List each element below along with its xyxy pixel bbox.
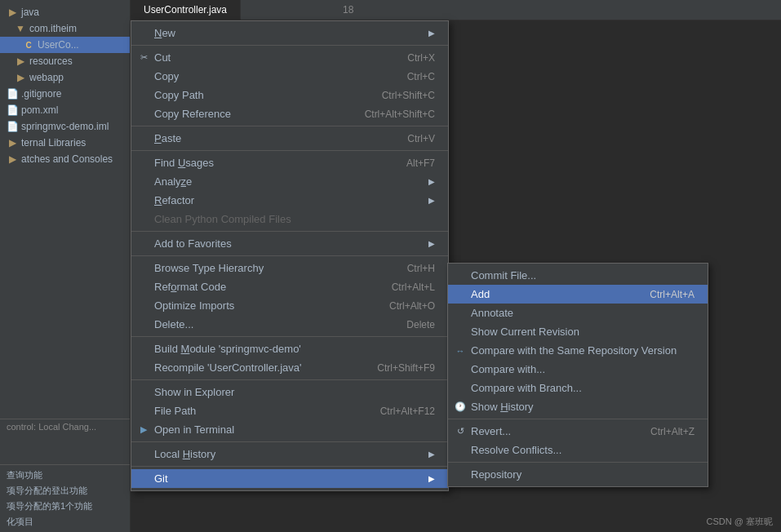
menu-item-file-path[interactable]: File Path Ctrl+Alt+F12 [131,401,448,420]
sidebar: ▶ java ▼ com.itheim C UserCo... ▶ resour… [0,0,131,532]
folder-icon: ▶ [7,153,18,165]
sidebar-item-label: pom.xml [21,104,58,116]
submenu-arrow: ▶ [428,239,435,248]
terminal-icon: ▶ [138,424,149,435]
git-submenu: Commit File... Add Ctrl+Alt+A Annotate S… [447,263,708,487]
separator-7 [131,379,448,380]
tab-bar: 18 UserController.java [131,0,781,20]
submenu-item-add[interactable]: Add Ctrl+Alt+A [448,285,708,304]
sidebar-item-libraries[interactable]: ▶ ternal Libraries [0,135,130,151]
submenu-item-compare-with[interactable]: Compare with... [448,360,708,379]
submenu-item-compare-branch[interactable]: Compare with Branch... [448,379,708,397]
separator-9 [131,466,448,467]
clock-icon: 🕐 [455,401,466,412]
sidebar-item-webapp[interactable]: ▶ webapp [0,69,130,86]
menu-item-browse-hierarchy[interactable]: Browse Type Hierarchy Ctrl+H [131,259,448,277]
panel-item-4: 化项目 [0,514,130,530]
menu-item-refactor[interactable]: Refactor ▶ [131,191,448,210]
panel-item-3: 项导分配的第1个功能 [0,499,130,514]
separator-8 [131,441,448,442]
separator-5 [131,255,448,256]
submenu-item-repository[interactable]: Repository [448,465,708,484]
sidebar-item-label: springmvc-demo.iml [21,121,109,132]
menu-item-copy-path[interactable]: Copy Path Ctrl+Shift+C [131,86,448,104]
submenu-item-show-history[interactable]: 🕐 Show History [448,397,708,416]
submenu-arrow: ▶ [428,177,435,186]
folder-icon: ▶ [7,7,18,18]
separator-git-2 [448,462,708,463]
control-label: control: Local Chang... [0,419,130,434]
folder-icon: ▶ [15,72,26,83]
sidebar-item-pomxml[interactable]: 📄 pom.xml [0,102,130,118]
submenu-item-compare-repo[interactable]: ↔ Compare with the Same Repository Versi… [448,341,708,360]
sidebar-item-springmvc-iml[interactable]: 📄 springmvc-demo.iml [0,118,130,135]
folder-icon: ▶ [7,137,18,149]
file-icon: 📄 [7,88,18,100]
sidebar-item-label: .gitignore [21,88,61,100]
menu-item-delete[interactable]: Delete... Delete [131,315,448,334]
separator [131,45,448,46]
sidebar-item-label: com.itheim [29,23,77,34]
watermark: CSDN @ 塞班昵 [707,516,773,528]
menu-item-clean-python: Clean Python Compiled Files [131,210,448,228]
sidebar-item-scratches[interactable]: ▶ atches and Consoles [0,151,130,167]
submenu-item-annotate[interactable]: Annotate [448,304,708,322]
submenu-item-revert[interactable]: ↺ Revert... Ctrl+Alt+Z [448,422,708,441]
folder-icon: ▼ [15,23,26,34]
menu-item-copy[interactable]: Copy Ctrl+C [131,67,448,86]
java-file-icon: C [23,39,34,51]
menu-item-local-history[interactable]: Local History ▶ [131,445,448,463]
menu-item-git[interactable]: Git ▶ [131,469,448,488]
tab-usercontroller[interactable]: UserController.java [131,0,241,20]
menu-item-optimize-imports[interactable]: Optimize Imports Ctrl+Alt+O [131,296,448,315]
submenu-arrow: ▶ [428,29,435,38]
compare-icon: ↔ [455,346,466,356]
sidebar-item-label: UserCo... [38,39,79,51]
menu-item-cut[interactable]: ✂ Cut Ctrl+X [131,48,448,67]
sidebar-item-label: java [21,7,39,18]
bottom-panel-items: 查询功能 项导分配的登出功能 项导分配的第1个功能 化项目 [0,464,130,532]
submenu-item-commit[interactable]: Commit File... [448,266,708,285]
menu-item-add-favorites[interactable]: Add to Favorites ▶ [131,234,448,253]
menu-item-show-explorer[interactable]: Show in Explorer [131,383,448,401]
menu-item-analyze[interactable]: Analyze ▶ [131,172,448,191]
sidebar-item-label: webapp [29,72,64,83]
separator-3 [131,150,448,151]
submenu-arrow: ▶ [428,196,435,205]
submenu-arrow: ▶ [428,474,435,483]
sidebar-item-label: atches and Consoles [21,153,113,165]
sidebar-item-label: ternal Libraries [21,137,86,149]
separator-2 [131,126,448,126]
iml-file-icon: 📄 [7,121,18,132]
sidebar-item-resources[interactable]: ▶ resources [0,53,130,69]
menu-item-reformat[interactable]: Reformat Code Ctrl+Alt+L [131,277,448,296]
separator-4 [131,231,448,232]
menu-item-new[interactable]: New ▶ [131,24,448,42]
context-menu-primary: New ▶ ✂ Cut Ctrl+X Copy Ctrl+C Copy Path… [131,20,449,491]
menu-item-copy-reference[interactable]: Copy Reference Ctrl+Alt+Shift+C [131,104,448,123]
menu-item-open-terminal[interactable]: ▶ Open in Terminal [131,420,448,439]
menu-item-build-module[interactable]: Build Module 'springmvc-demo' [131,339,448,358]
revert-icon: ↺ [455,426,466,437]
sidebar-item-java[interactable]: ▶ java [0,4,130,20]
panel-item-1: 查询功能 [0,468,130,483]
xml-file-icon: 📄 [7,104,18,116]
cut-icon: ✂ [138,52,149,63]
submenu-item-show-revision[interactable]: Show Current Revision [448,322,708,341]
menu-item-find-usages[interactable]: Find Usages Alt+F7 [131,153,448,172]
sidebar-item-label: resources [29,55,73,67]
line-number-indicator: 18 [335,0,362,20]
separator-6 [131,336,448,337]
folder-icon: ▶ [15,55,26,67]
menu-item-recompile[interactable]: Recompile 'UserController.java' Ctrl+Shi… [131,358,448,377]
submenu-arrow: ▶ [428,450,435,459]
menu-item-paste[interactable]: Paste Ctrl+V [131,129,448,148]
sidebar-item-usercontroller[interactable]: C UserCo... [0,37,130,53]
separator-git-1 [448,419,708,419]
submenu-item-resolve-conflicts[interactable]: Resolve Conflicts... [448,441,708,459]
sidebar-item-gitignore[interactable]: 📄 .gitignore [0,86,130,102]
panel-item-2: 项导分配的登出功能 [0,483,130,499]
sidebar-item-com[interactable]: ▼ com.itheim [0,20,130,37]
